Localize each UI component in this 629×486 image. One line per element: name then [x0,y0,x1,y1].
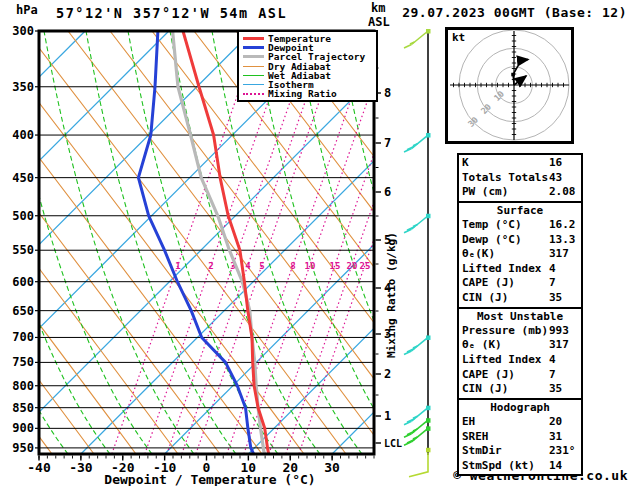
stats-row-value: 7 [549,276,578,291]
temp-axis: -40-30-20-100102030Dewpoint / Temperatur… [27,456,374,486]
stats-row-value: 14 [549,459,578,474]
stats-row-label: Lifted Index [462,262,549,277]
stats-row-value: 317 [549,338,578,353]
svg-text:20: 20 [347,261,358,271]
stats-row-label: SREH [462,430,549,445]
hodograph-storm-vector [514,76,526,85]
legend-swatch-solid [243,66,264,67]
stats-row-value: 7 [549,368,578,383]
wind-barb [404,216,428,233]
legend-swatch-dotted [243,93,264,95]
stats-row-label: CAPE (J) [462,276,549,291]
stats-row-value: 16 [549,156,578,171]
wind-level-marker [426,448,431,453]
stats-row: StmDir231° [459,444,581,459]
pressure-tick-label: 450 [12,171,34,185]
legend-swatch-solid [243,37,264,40]
stats-section: K16Totals Totals43PW (cm)2.08 [457,153,583,203]
stats-row-value: 31 [549,430,578,445]
temp-tick-label: 30 [324,460,340,475]
stats-row-label: CIN (J) [462,291,549,306]
lcl-label: LCL [384,438,402,449]
stats-section-title: Most Unstable [459,310,581,324]
stats-row: Pressure (mb)993 [459,324,581,339]
km-tick-label: 6 [384,185,391,199]
stats-row-label: StmSpd (kt) [462,459,549,474]
wind-barb-column [404,29,431,477]
stats-row-label: CIN (J) [462,382,549,397]
pressure-tick-label: 750 [12,355,34,369]
stats-row: Dewp (°C)13.3 [459,233,581,248]
legend: TemperatureDewpointParcel TrajectoryDry … [237,30,378,102]
wind-barb [404,135,428,152]
stats-row-label: StmDir [462,444,549,459]
stats-row-value: 4 [549,353,578,368]
legend-swatch-solid [243,46,264,49]
stats-row-value: 16.2 [549,218,578,233]
stats-row-value: 35 [549,382,578,397]
stats-row-label: θₑ(K) [462,247,549,262]
stats-row: StmSpd (kt)14 [459,459,581,474]
svg-text:4: 4 [245,261,251,271]
stats-row-label: Pressure (mb) [462,324,549,339]
pressure-tick-label: 400 [12,128,34,142]
hodograph: 102030kt [445,27,574,144]
legend-swatch-solid [243,75,264,76]
stats-row: CIN (J)35 [459,382,581,397]
sounding-page: hPa 57°12'N 357°12'W 54m ASL 29.07.2023 … [0,0,629,486]
stats-table: K16Totals Totals43PW (cm)2.08SurfaceTemp… [457,155,583,476]
stats-row-label: Temp (°C) [462,218,549,233]
km-tick-label: 7 [384,136,391,150]
stats-row-label: K [462,156,549,171]
wind-barb [404,337,428,354]
svg-text:15: 15 [330,261,341,271]
temp-tick-label: -40 [27,460,51,475]
stats-row: CIN (J)35 [459,291,581,306]
stats-row: Totals Totals43 [459,171,581,186]
stats-row: PW (cm)2.08 [459,185,581,200]
km-tick-label: 2 [384,367,391,381]
stats-row-value: 993 [549,324,578,339]
stats-row-label: EH [462,415,549,430]
stats-row: θₑ (K)317 [459,338,581,353]
stats-row-value: 4 [549,262,578,277]
temp-tick-label: -30 [69,460,93,475]
stats-section-title: Hodograph [459,401,581,415]
svg-text:5: 5 [259,261,264,271]
pressure-tick-label: 300 [12,24,34,38]
pressure-tick-label: 550 [12,243,34,257]
wind-barb [404,31,428,48]
stats-row-label: Totals Totals [462,171,549,186]
stats-row: EH20 [459,415,581,430]
pressure-tick-label: 950 [12,441,34,455]
hodograph-unit-label: kt [452,31,465,44]
mixing-ratio-axis-label: Mixing Ratio (g/kg) [385,213,400,358]
legend-label: Mixing Ratio [268,89,337,98]
pressure-tick-label: 850 [12,401,34,415]
svg-text:25: 25 [360,261,371,271]
stats-row: Lifted Index4 [459,262,581,277]
stats-section: HodographEH20SREH31StmDir231°StmSpd (kt)… [457,398,583,477]
stats-row-value: 2.08 [549,185,578,200]
stats-row-label: Dewp (°C) [462,233,549,248]
stats-row-value: 20 [549,415,578,430]
pressure-tick-label: 600 [12,275,34,289]
stats-section: Most UnstablePressure (mb)993θₑ (K)317Li… [457,307,583,400]
stats-row-label: Lifted Index [462,353,549,368]
pressure-tick-label: 500 [12,209,34,223]
legend-swatch-solid [243,84,264,85]
stats-row-label: θₑ (K) [462,338,549,353]
stats-row: Temp (°C)16.2 [459,218,581,233]
stats-section-title: Surface [459,204,581,218]
svg-text:8: 8 [290,261,295,271]
svg-text:2: 2 [208,261,213,271]
pressure-tick-label: 650 [12,304,34,318]
stats-row: Lifted Index4 [459,353,581,368]
pressure-tick-label: 350 [12,80,34,94]
stats-row: CAPE (J)7 [459,368,581,383]
stats-section: SurfaceTemp (°C)16.2Dewp (°C)13.3θₑ(K)31… [457,201,583,309]
svg-text:1: 1 [175,261,180,271]
km-tick-label: 8 [384,86,391,100]
km-tick-label: 1 [384,409,391,423]
stats-row-value: 35 [549,291,578,306]
